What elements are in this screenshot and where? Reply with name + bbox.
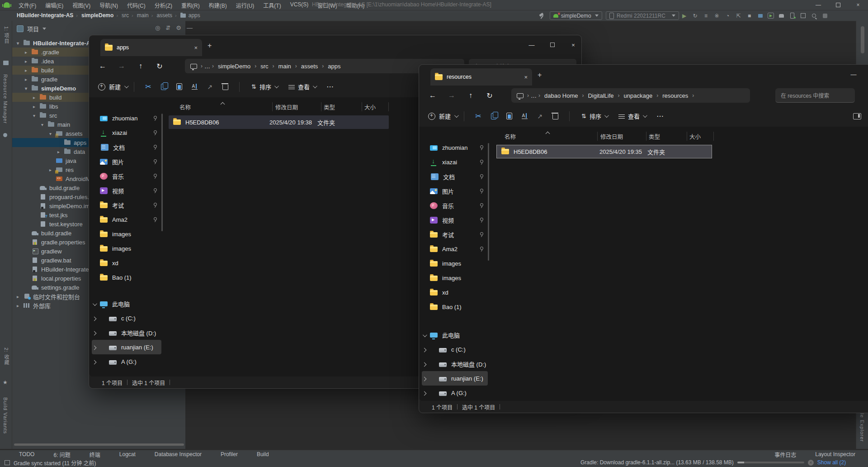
- sidebar-item-drive[interactable]: A (G:): [89, 354, 164, 369]
- rename-icon[interactable]: [187, 80, 202, 94]
- device-select[interactable]: Redmi 22021211RC: [606, 11, 679, 20]
- close-icon[interactable]: ×: [563, 38, 584, 52]
- more-options-icon[interactable]: ···: [657, 113, 664, 119]
- breadcrumb-item[interactable]: HBuilder-Integrate-AS ›: [15, 12, 79, 19]
- chevron-right-icon[interactable]: [422, 362, 427, 367]
- chevron-right-icon[interactable]: [422, 376, 427, 381]
- chevron-right-icon[interactable]: [92, 360, 97, 364]
- sidebar-item[interactable]: xiazai: [419, 155, 491, 169]
- breadcrumb-item[interactable]: main ›: [274, 63, 297, 70]
- tool-window-tab[interactable]: Logcat: [112, 451, 136, 458]
- view-button[interactable]: 查看: [288, 82, 316, 91]
- device-manager-icon[interactable]: [789, 12, 796, 19]
- debug-icon[interactable]: ※: [713, 12, 720, 19]
- sidebar-item[interactable]: 文档: [419, 169, 491, 184]
- breadcrumb-item[interactable]: src ›: [120, 12, 135, 19]
- this-pc-icon[interactable]: [517, 93, 524, 98]
- copy-icon[interactable]: [156, 80, 171, 94]
- device-file-explorer-icon[interactable]: [757, 12, 764, 19]
- sidebar-item[interactable]: 视频: [419, 213, 491, 227]
- sidebar-item[interactable]: Ama2: [419, 242, 491, 256]
- menu-item[interactable]: 工具(T): [259, 0, 285, 10]
- window-icon[interactable]: [5, 460, 10, 465]
- delete-icon[interactable]: [217, 80, 233, 94]
- star-icon[interactable]: ★: [3, 379, 8, 386]
- chevron-down-icon[interactable]: [93, 301, 97, 306]
- menu-item[interactable]: 编辑(E): [41, 0, 67, 10]
- sidebar-item[interactable]: 音乐: [419, 198, 491, 213]
- profiler-icon[interactable]: ◔: [724, 12, 731, 19]
- share-icon[interactable]: ↗: [532, 110, 547, 123]
- structure-icon[interactable]: [3, 133, 7, 137]
- column-type[interactable]: 类型: [649, 132, 660, 141]
- chevron-right-icon[interactable]: [422, 348, 427, 352]
- breadcrumb-item[interactable]: simpleDemo ›: [80, 12, 119, 19]
- breadcrumb-item[interactable]: src ›: [256, 63, 274, 70]
- maximize-icon[interactable]: [542, 38, 563, 52]
- sidebar-item[interactable]: 文档: [89, 140, 164, 154]
- sidebar-item-drive[interactable]: 本地磁盘 (D:): [419, 357, 491, 371]
- build-hammer-icon[interactable]: [539, 13, 545, 19]
- sync-gradle-icon[interactable]: [778, 12, 785, 19]
- avd-manager-icon[interactable]: ▶: [768, 13, 774, 19]
- breadcrumb-item[interactable]: unpackage ›: [620, 92, 659, 99]
- tool-window-tab[interactable]: 事件日志: [767, 451, 796, 458]
- tab-apps[interactable]: apps ×: [100, 39, 202, 56]
- cancel-icon[interactable]: ×: [808, 460, 814, 466]
- tree-expand-arrow-icon[interactable]: [33, 113, 40, 118]
- new-button[interactable]: 新建: [428, 112, 458, 120]
- tab-close-icon[interactable]: ×: [524, 74, 528, 81]
- menu-item[interactable]: 导航(N): [95, 0, 122, 10]
- sidebar-item-this-pc[interactable]: 此电脑: [89, 296, 164, 311]
- stop-icon[interactable]: ■: [746, 12, 753, 19]
- column-type[interactable]: 类型: [324, 103, 335, 111]
- locate-file-icon[interactable]: ◎: [155, 24, 160, 31]
- column-name[interactable]: 名称: [505, 132, 516, 141]
- column-date[interactable]: 修改日期: [275, 103, 298, 111]
- tool-window-tab[interactable]: Profiler: [213, 451, 238, 458]
- breadcrumb-item[interactable]: dabao Home ›: [540, 92, 584, 99]
- breadcrumb-item[interactable]: apps ›: [324, 63, 344, 70]
- crumb-overflow[interactable]: …: [203, 63, 212, 70]
- chevron-down-icon[interactable]: [423, 333, 427, 337]
- this-pc-icon[interactable]: [190, 64, 197, 69]
- tool-window-tab[interactable]: Layout Inspector: [808, 451, 855, 458]
- minimize-icon[interactable]: —: [808, 0, 828, 10]
- tree-expand-arrow-icon[interactable]: [25, 59, 32, 64]
- delete-icon[interactable]: [547, 110, 563, 123]
- sidebar-item[interactable]: images: [89, 241, 164, 256]
- tool-window-tab[interactable]: Database Inspector: [147, 451, 202, 458]
- sidebar-item[interactable]: 视频: [89, 183, 164, 198]
- sidebar-item[interactable]: images: [419, 271, 491, 285]
- copy-icon[interactable]: [486, 110, 501, 123]
- back-icon[interactable]: ←: [427, 91, 438, 100]
- minimize-icon[interactable]: —: [843, 67, 864, 81]
- cut-icon[interactable]: ✂: [141, 80, 156, 94]
- tree-expand-arrow-icon[interactable]: [17, 303, 24, 308]
- tab-close-icon[interactable]: ×: [194, 44, 198, 51]
- project-panel-title[interactable]: 项目: [27, 24, 39, 33]
- column-size[interactable]: 大小: [689, 132, 701, 141]
- editor-scrollbar[interactable]: [861, 26, 864, 53]
- menu-item[interactable]: 代码(C): [123, 0, 150, 10]
- sidebar-item-drive[interactable]: c (C:): [89, 311, 164, 325]
- preview-pane-icon[interactable]: [853, 113, 861, 119]
- close-icon[interactable]: ×: [848, 0, 868, 10]
- sidebar-item[interactable]: Bao (1): [419, 300, 491, 314]
- forward-icon[interactable]: →: [116, 62, 127, 70]
- tree-expand-arrow-icon[interactable]: [17, 294, 24, 299]
- hide-panel-icon[interactable]: —: [187, 24, 193, 31]
- new-tab-icon[interactable]: +: [208, 42, 212, 50]
- breadcrumb-item[interactable]: simpleDemo ›: [214, 63, 256, 70]
- sidebar-item[interactable]: zhuomian: [419, 140, 491, 155]
- sidebar-scrollbar[interactable]: [161, 114, 163, 231]
- tree-expand-arrow-icon[interactable]: [17, 41, 24, 46]
- tree-horizontal-scrollbar[interactable]: [14, 443, 184, 446]
- column-size[interactable]: 大小: [364, 103, 376, 111]
- tree-expand-arrow-icon[interactable]: [25, 50, 32, 55]
- breadcrumb-item[interactable]: assets ›: [297, 63, 324, 70]
- file-row[interactable]: H5ED8DB06 2025/4/20 19:38 文件夹: [169, 115, 389, 129]
- sidebar-item[interactable]: images: [419, 256, 491, 271]
- paste-icon[interactable]: [501, 110, 517, 123]
- up-icon[interactable]: ↑: [135, 62, 146, 70]
